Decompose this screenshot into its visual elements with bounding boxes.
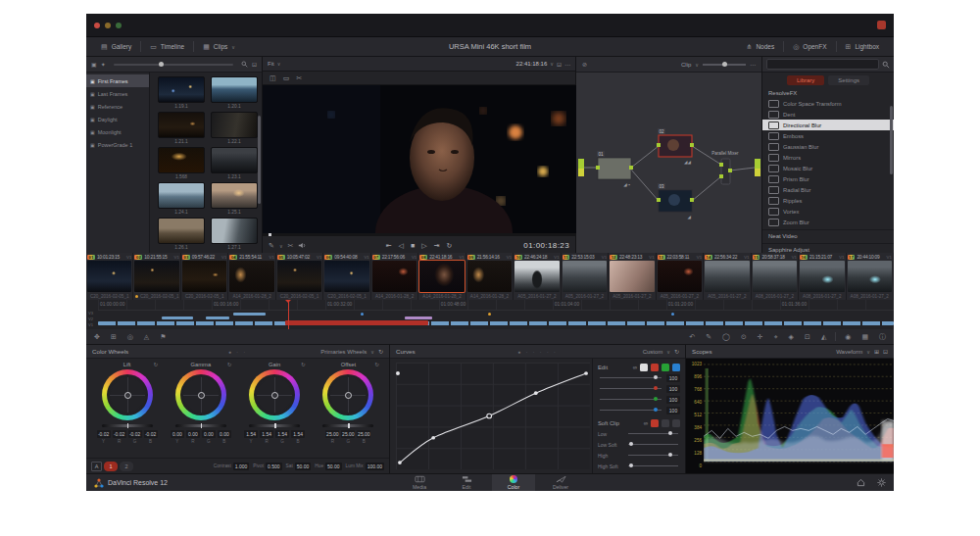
- album-item[interactable]: ▣ Moonlight: [86, 125, 149, 138]
- jump-end-icon[interactable]: ⇥: [434, 242, 440, 250]
- param-value[interactable]: 50.00: [295, 463, 312, 470]
- openfx-item[interactable]: Vortex: [762, 206, 894, 217]
- waveform-display[interactable]: [704, 359, 894, 473]
- curve-graph[interactable]: [390, 359, 592, 473]
- node-01[interactable]: ◢◦▪: [596, 158, 633, 187]
- wheel-value[interactable]: 1.54: [260, 430, 273, 438]
- clip-thumbnail[interactable]: [753, 261, 797, 292]
- still-thumbnail[interactable]: [211, 218, 258, 244]
- gallery-still[interactable]: 1.20.1: [208, 76, 261, 109]
- channel-gain-value[interactable]: 100: [666, 407, 680, 414]
- softclip-b-button[interactable]: [672, 419, 680, 427]
- clip-thumbnail[interactable]: [419, 261, 464, 292]
- param-value[interactable]: 1.000: [233, 463, 250, 470]
- clip-item[interactable]: 16 21:15:21:07 V1 A08_2016-01-27_2: [799, 253, 846, 300]
- stop-icon[interactable]: ■: [411, 242, 415, 250]
- wheel-value[interactable]: 25.00: [325, 430, 339, 438]
- search-icon[interactable]: [241, 61, 248, 68]
- minimize-window-icon[interactable]: [105, 23, 111, 28]
- loop-icon[interactable]: ↻: [446, 242, 452, 250]
- clip-thumbnail[interactable]: [514, 261, 559, 292]
- audio-mute-icon[interactable]: [298, 242, 306, 249]
- openfx-item[interactable]: Radial Blur: [762, 184, 894, 195]
- bypass-grades-icon[interactable]: ⊘: [582, 61, 587, 68]
- highlight-mode-icon[interactable]: ◉: [845, 333, 851, 341]
- curve-svg[interactable]: [396, 363, 590, 469]
- wheel-value[interactable]: 0.00: [202, 430, 216, 438]
- still-thumbnail[interactable]: [211, 112, 258, 138]
- clip-item[interactable]: 09 21:56:14:16 V1 A14_2016-01-28_2: [466, 253, 514, 300]
- tab-deliver[interactable]: Deliver: [539, 474, 582, 492]
- wheel-value[interactable]: 1.54: [244, 430, 258, 438]
- channel-gain-value[interactable]: 100: [666, 385, 680, 393]
- scope-settings-icon[interactable]: ⊞: [874, 348, 879, 355]
- clip-thumbnail[interactable]: [467, 261, 512, 292]
- v3-clip-segment[interactable]: [233, 313, 265, 316]
- clip-item[interactable]: 01 10:01:23:15 V1 C20_2016-02-05_1: [86, 253, 133, 300]
- close-window-icon[interactable]: [94, 23, 100, 28]
- wheel-value[interactable]: 1.54: [275, 430, 289, 438]
- parallel-mixer-node[interactable]: [719, 159, 732, 184]
- node-graph-canvas[interactable]: 01 ◢◦▪ 02 ◢◢: [576, 73, 762, 253]
- window-controls[interactable]: [94, 23, 122, 28]
- openfx-section-label[interactable]: Neat Video: [762, 229, 894, 241]
- openfx-toggle-button[interactable]: ◎ OpenFX: [784, 43, 835, 51]
- clip-item[interactable]: 12 22:48:23:13 V1 A05_2016-01-27_2: [609, 253, 656, 300]
- sizing-icon[interactable]: ⊡: [805, 333, 810, 341]
- expand-scope-icon[interactable]: ⊡: [883, 348, 888, 355]
- clips-toggle-button[interactable]: ▦ Clips ∨: [194, 37, 244, 56]
- softclip-slider[interactable]: [628, 455, 678, 456]
- clip-thumbnail[interactable]: [372, 261, 416, 292]
- clip-item[interactable]: 08 22:41:18:16 V1 A14_2016-01-28_2: [418, 253, 466, 300]
- gallery-still[interactable]: 1.25.1: [208, 182, 261, 215]
- scope-type-dropdown[interactable]: Waveform: [836, 349, 862, 355]
- softclip-slider[interactable]: [628, 444, 678, 445]
- master-wheel-slider[interactable]: [322, 424, 373, 427]
- timeline-tracks[interactable]: [98, 311, 894, 328]
- clip-thumbnail[interactable]: [229, 261, 273, 292]
- clip-thumbnail[interactable]: [658, 261, 702, 292]
- clip-thumbnail[interactable]: [324, 261, 368, 292]
- reset-icon[interactable]: ↻: [674, 348, 679, 355]
- clip-item[interactable]: 14 22:56:34:22 V1 A05_2016-01-27_2: [704, 253, 751, 300]
- node-options-icon[interactable]: ⋯: [750, 61, 756, 68]
- gallery-toggle-button[interactable]: ▤ Gallery: [92, 37, 140, 56]
- wheel-value[interactable]: -0.02: [113, 430, 126, 438]
- v2-clip-segment[interactable]: [162, 317, 193, 319]
- node-03[interactable]: ◢: [657, 190, 694, 219]
- softclip-slider[interactable]: [628, 433, 678, 434]
- qualifier-icon[interactable]: ⌖: [774, 333, 778, 341]
- info-icon[interactable]: ⓘ: [879, 332, 886, 342]
- gang-link-icon[interactable]: ∞: [633, 365, 637, 370]
- viewer-scrub-bar[interactable]: [263, 233, 575, 236]
- step-back-icon[interactable]: ◁: [399, 242, 404, 250]
- curve-channel-b-button[interactable]: [672, 364, 680, 371]
- clip-item[interactable]: 15 20:58:37:18 V1 A08_2016-01-27_2: [752, 253, 799, 300]
- zoom-window-icon[interactable]: [116, 23, 122, 28]
- still-thumbnail[interactable]: [158, 147, 205, 173]
- scrub-playhead[interactable]: [269, 233, 271, 236]
- timeline-playhead[interactable]: [288, 300, 289, 329]
- clip-item[interactable]: 02 10:21:55:15 V1 C20_2016-02-05_1: [133, 253, 180, 300]
- project-badge-icon[interactable]: [877, 21, 886, 29]
- orange-marker-icon[interactable]: [488, 313, 491, 316]
- openfx-item[interactable]: Prism Blur: [762, 173, 894, 184]
- keyer-icon[interactable]: ◭: [821, 333, 826, 341]
- tracker-icon[interactable]: ✛: [758, 333, 763, 341]
- clip-thumbnail[interactable]: [134, 261, 178, 292]
- album-item[interactable]: ▣ Daylight: [86, 113, 149, 125]
- wheel-handle[interactable]: [124, 392, 131, 399]
- openfx-item[interactable]: Gaussian Blur: [762, 141, 894, 152]
- split-screen-icon[interactable]: ▭: [283, 74, 290, 82]
- openfx-item[interactable]: Mirrors: [762, 152, 894, 163]
- wheel-ring[interactable]: [175, 369, 226, 420]
- channel-gain-value[interactable]: 100: [666, 374, 680, 382]
- tab-library[interactable]: Library: [787, 75, 824, 85]
- tab-settings[interactable]: Settings: [828, 75, 869, 85]
- clip-item[interactable]: 07 22:17:56:06 V1 A14_2016-01-28_2: [371, 253, 418, 300]
- clip-item[interactable]: 11 22:53:15:03 V1 A05_2016-01-27_2: [562, 253, 609, 300]
- wheel-value[interactable]: 0.00: [218, 430, 231, 438]
- power-window-icon[interactable]: ◯: [722, 333, 730, 341]
- openfx-item[interactable]: Dent: [762, 109, 894, 120]
- clip-thumbnail[interactable]: [277, 261, 321, 292]
